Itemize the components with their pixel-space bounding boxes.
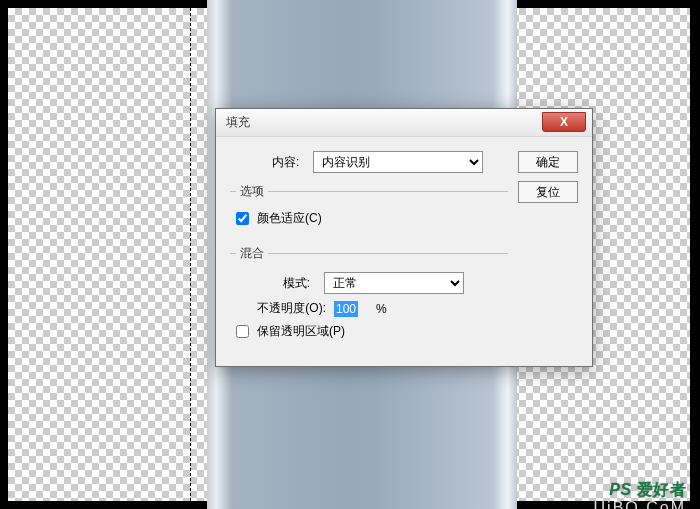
content-label: 内容: <box>272 154 299 171</box>
watermark-logo: PS 爱好者 <box>609 480 686 501</box>
options-legend: 选项 <box>236 183 268 200</box>
dialog-content: 内容: 内容识别 选项 颜色适应(C) 混合 模式: 正常 <box>216 137 592 366</box>
preserve-transparency-checkbox[interactable] <box>236 325 249 338</box>
blend-legend: 混合 <box>236 245 268 262</box>
watermark-url: UiBQ.CoM <box>594 499 686 509</box>
dialog-titlebar[interactable]: 填充 X <box>216 109 592 137</box>
color-adapt-checkbox[interactable] <box>236 212 249 225</box>
blend-fieldset: 混合 模式: 正常 不透明度(O): 100 % 保留透明区域(P) <box>230 245 508 348</box>
opacity-input[interactable]: 100 <box>334 301 358 317</box>
close-icon: X <box>560 115 568 129</box>
content-select[interactable]: 内容识别 <box>313 151 483 173</box>
opacity-unit: % <box>376 302 387 316</box>
preserve-transparency-label: 保留透明区域(P) <box>257 323 345 340</box>
fill-dialog: 填充 X 内容: 内容识别 选项 颜色适应(C) 混合 <box>215 108 593 367</box>
dialog-right-column: 确定 复位 <box>518 151 578 348</box>
color-adapt-label: 颜色适应(C) <box>257 210 322 227</box>
options-fieldset: 选项 颜色适应(C) <box>230 183 508 235</box>
close-button[interactable]: X <box>542 112 586 132</box>
reset-button[interactable]: 复位 <box>518 181 578 203</box>
marching-ants-selection <box>190 8 191 501</box>
mode-label: 模式: <box>254 275 310 292</box>
mode-select[interactable]: 正常 <box>324 272 464 294</box>
ok-button[interactable]: 确定 <box>518 151 578 173</box>
dialog-title: 填充 <box>226 114 250 131</box>
dialog-left-column: 内容: 内容识别 选项 颜色适应(C) 混合 模式: 正常 <box>230 151 508 348</box>
opacity-label: 不透明度(O): <box>236 300 326 317</box>
